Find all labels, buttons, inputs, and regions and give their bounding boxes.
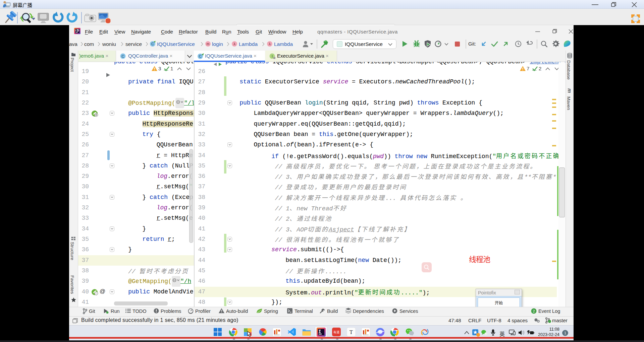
svg-text:C: C [151,42,154,46]
svg-text:I: I [272,54,273,58]
svg-text:m: m [207,42,209,46]
svg-text:C: C [199,54,202,58]
svg-text:λ: λ [233,42,235,46]
svg-text:2: 2 [533,309,535,313]
svg-text:T: T [350,329,353,335]
svg-text:C: C [122,54,124,58]
svg-text:有道: 有道 [333,330,339,334]
svg-text:λ: λ [269,42,271,46]
